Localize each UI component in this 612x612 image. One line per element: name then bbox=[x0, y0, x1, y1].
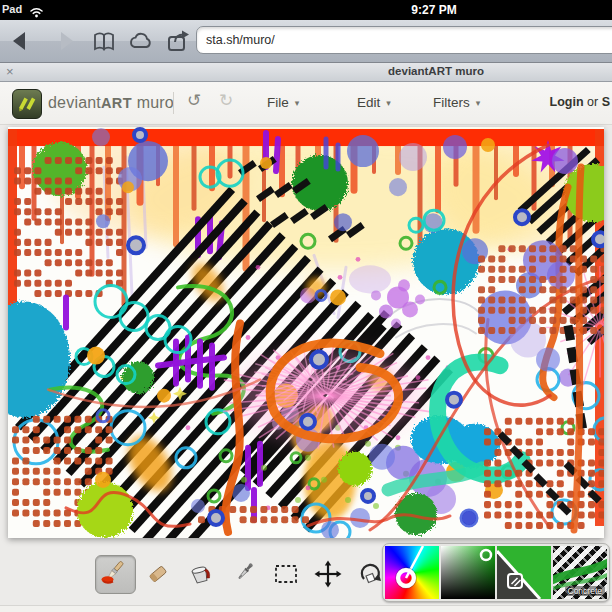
forward-button[interactable] bbox=[54, 29, 78, 53]
eraser-tool-button[interactable] bbox=[141, 557, 175, 591]
drawing-canvas[interactable] bbox=[8, 127, 604, 538]
marquee-icon bbox=[271, 559, 301, 589]
redo-button[interactable]: ↻ bbox=[219, 90, 233, 110]
deviantart-logo[interactable] bbox=[12, 89, 42, 119]
brush-tool-button[interactable] bbox=[95, 555, 136, 594]
pattern-swatch[interactable]: Concrete bbox=[553, 546, 607, 599]
menu-file[interactable]: File▾ bbox=[267, 95, 299, 110]
eraser-icon bbox=[143, 559, 173, 589]
header-divider bbox=[173, 92, 174, 114]
bottom-strip bbox=[0, 606, 612, 612]
status-bar: Pad 9:27 PM bbox=[0, 0, 612, 20]
menu-filters[interactable]: Filters▾ bbox=[433, 95, 480, 110]
ipad-screen: Pad 9:27 PM bbox=[0, 0, 612, 612]
url-text: sta.sh/muro/ bbox=[197, 27, 612, 47]
icloud-tabs-icon[interactable] bbox=[128, 29, 152, 53]
hue-wheel-selector bbox=[385, 546, 439, 599]
clock: 9:27 PM bbox=[411, 3, 456, 17]
url-bar[interactable]: sta.sh/muro/ bbox=[196, 26, 612, 54]
share-icon[interactable] bbox=[166, 29, 190, 53]
tab-close-icon[interactable]: × bbox=[6, 64, 14, 79]
chevron-down-icon: ▾ bbox=[470, 98, 481, 108]
move-icon bbox=[313, 559, 343, 589]
fill-bucket-tool-button[interactable] bbox=[183, 557, 217, 591]
browser-toolbar: sta.sh/muro/ bbox=[0, 20, 612, 63]
undo-button[interactable]: ↺ bbox=[187, 90, 201, 110]
app-header: deviantART muro ↺ ↻ File▾ Edit▾ Filters▾… bbox=[0, 82, 612, 125]
chevron-down-icon: ▾ bbox=[289, 98, 300, 108]
canvas-artwork[interactable] bbox=[8, 127, 604, 538]
login-signup-link[interactable]: Login or S bbox=[550, 95, 610, 109]
carrier-label: Pad bbox=[2, 3, 22, 15]
eyedropper-icon bbox=[228, 559, 258, 589]
chevron-down-icon: ▾ bbox=[380, 98, 391, 108]
menu-edit[interactable]: Edit▾ bbox=[357, 95, 391, 110]
current-color-swatch[interactable] bbox=[497, 546, 551, 599]
shade-picker-swatch[interactable] bbox=[441, 546, 495, 599]
fill-bucket-icon bbox=[185, 559, 215, 589]
back-button[interactable] bbox=[8, 29, 32, 53]
brush-icon bbox=[98, 558, 128, 588]
tab-title[interactable]: deviantART muro bbox=[388, 65, 484, 77]
marquee-select-tool-button[interactable] bbox=[269, 557, 303, 591]
hue-wheel-swatch[interactable] bbox=[385, 546, 439, 599]
shade-selector bbox=[441, 546, 495, 599]
move-tool-button[interactable] bbox=[311, 557, 345, 591]
brand-wordmark: deviantART muro bbox=[48, 94, 174, 112]
pattern-name-label: Concrete bbox=[565, 586, 606, 596]
bookmarks-icon[interactable] bbox=[92, 29, 116, 53]
current-color-graphic bbox=[497, 546, 551, 599]
tab-bar: × deviantART muro bbox=[0, 63, 612, 82]
eyedropper-tool-button[interactable] bbox=[226, 557, 260, 591]
color-panel: Concrete bbox=[382, 543, 610, 602]
